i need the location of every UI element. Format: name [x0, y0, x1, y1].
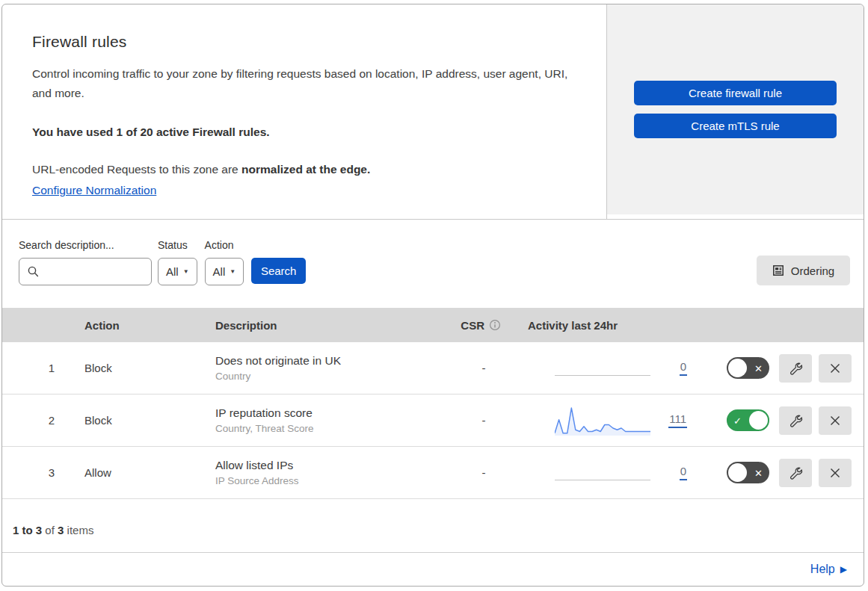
rule-description-cell: Allow listed IPsIP Source Address [193, 459, 443, 486]
check-icon: ✓ [733, 415, 742, 425]
activity-sparkline-empty [555, 352, 650, 385]
rule-activity-cell: 0 [525, 352, 727, 385]
x-icon: ✕ [754, 468, 763, 477]
wrench-icon [788, 465, 803, 480]
create-firewall-rule-button[interactable]: Create firewall rule [634, 81, 837, 105]
rule-description: Does not originate in UK [215, 354, 443, 368]
ordering-button[interactable]: Ordering [757, 256, 850, 285]
activity-count-link[interactable]: 111 [668, 412, 687, 428]
rule-enabled-toggle[interactable]: ✕ [727, 462, 769, 483]
wrench-icon [788, 413, 803, 428]
help-bar: Help▶ [2, 553, 864, 586]
rule-activity-cell: 0 [525, 457, 727, 489]
search-label: Search description... [19, 239, 152, 251]
rule-fields: Country, Threat Score [215, 423, 443, 434]
action-label: Action [205, 239, 244, 251]
header-activity: Activity last 24hr [525, 319, 727, 332]
header-description: Description [193, 319, 443, 332]
status-label: Status [158, 239, 197, 251]
activity-sparkline-empty [555, 457, 650, 489]
table-row: 3AllowAllow listed IPsIP Source Address-… [2, 447, 864, 499]
header-action: Action [62, 319, 193, 332]
status-select[interactable]: All▼ [158, 258, 197, 285]
toggle-knob [749, 411, 768, 430]
status-group: Status All▼ [158, 239, 197, 285]
chevron-down-icon: ▼ [230, 268, 236, 275]
action-value: All [213, 265, 226, 278]
ordering-list-icon [772, 264, 784, 276]
action-select[interactable]: All▼ [205, 258, 244, 285]
x-icon: ✕ [754, 363, 763, 373]
search-input[interactable] [46, 266, 143, 278]
info-icon[interactable] [489, 319, 501, 331]
toggle-knob [728, 463, 747, 482]
close-icon [828, 362, 842, 375]
rule-csr-value: - [443, 362, 525, 374]
rule-csr-value: - [443, 414, 525, 427]
delete-rule-button[interactable] [819, 354, 852, 383]
activity-count-link[interactable]: 0 [680, 465, 687, 480]
edit-rule-button[interactable] [779, 459, 812, 487]
rule-number: 2 [2, 414, 62, 427]
wrench-icon [788, 361, 803, 376]
top-section: Firewall rules Control incoming traffic … [2, 4, 864, 220]
help-label: Help [810, 563, 835, 576]
search-group: Search description... [19, 239, 152, 285]
edit-rule-button[interactable] [779, 406, 812, 435]
rule-description-cell: IP reputation scoreCountry, Threat Score [193, 406, 443, 434]
activity-count-link[interactable]: 0 [680, 360, 687, 376]
rule-enabled-toggle[interactable]: ✓ [727, 409, 769, 431]
rule-number: 3 [2, 466, 62, 479]
normalization-bold: normalized at the edge. [241, 163, 370, 176]
action-group: Action All▼ [205, 239, 244, 285]
close-icon [828, 466, 842, 480]
status-value: All [166, 265, 179, 278]
table-footer: 1 to 3 of 3 items [2, 499, 864, 553]
table-row: 2BlockIP reputation scoreCountry, Threat… [2, 394, 864, 447]
rule-description: Allow listed IPs [215, 459, 443, 472]
arrow-right-icon: ▶ [840, 564, 847, 575]
actions-panel: Create firewall rule Create mTLS rule [607, 4, 864, 214]
header-csr-label: CSR [461, 319, 484, 332]
rule-description-cell: Does not originate in UKCountry [193, 354, 443, 382]
firewall-rules-card: Firewall rules Control incoming traffic … [1, 4, 864, 587]
rule-fields: IP Source Address [215, 475, 443, 486]
delete-rule-button[interactable] [819, 459, 852, 487]
delete-rule-button[interactable] [819, 406, 852, 435]
header-csr: CSR [443, 319, 525, 332]
table-body: 1BlockDoes not originate in UKCountry-0✕… [2, 342, 864, 499]
rule-action: Block [62, 414, 193, 427]
search-box [19, 258, 152, 285]
rule-activity-cell: 111 [525, 404, 727, 437]
page-description: Control incoming traffic to your zone by… [32, 64, 570, 103]
filter-bar: Search description... Status All▼ Action… [2, 220, 864, 308]
table-row: 1BlockDoes not originate in UKCountry-0✕ [2, 342, 864, 394]
configure-normalization-link[interactable]: Configure Normalization [32, 184, 156, 197]
rule-enabled-toggle[interactable]: ✕ [727, 357, 769, 379]
table-header: Action Description CSR Activity last 24h… [2, 308, 864, 342]
normalization-note: URL-encoded Requests to this zone are no… [32, 160, 576, 179]
edit-rule-button[interactable] [779, 354, 812, 383]
normalization-prefix: URL-encoded Requests to this zone are [32, 163, 241, 176]
search-icon [27, 265, 40, 278]
rule-fields: Country [215, 371, 443, 382]
search-button[interactable]: Search [251, 258, 306, 284]
help-link[interactable]: Help▶ [810, 563, 847, 576]
close-icon [828, 414, 842, 427]
rule-description: IP reputation score [215, 406, 443, 420]
rule-csr-value: - [443, 466, 525, 479]
toggle-knob [728, 359, 747, 377]
ordering-label: Ordering [791, 264, 834, 277]
pagination-summary: 1 to 3 of 3 items [13, 524, 93, 536]
chevron-down-icon: ▼ [183, 268, 189, 275]
page-title: Firewall rules [32, 33, 576, 51]
usage-summary: You have used 1 of 20 active Firewall ru… [32, 123, 576, 142]
rule-number: 1 [2, 362, 62, 374]
activity-sparkline [555, 404, 650, 437]
intro-panel: Firewall rules Control incoming traffic … [2, 4, 607, 219]
create-mtls-rule-button[interactable]: Create mTLS rule [634, 114, 837, 138]
rule-action: Allow [62, 466, 193, 479]
rule-action: Block [62, 362, 193, 374]
